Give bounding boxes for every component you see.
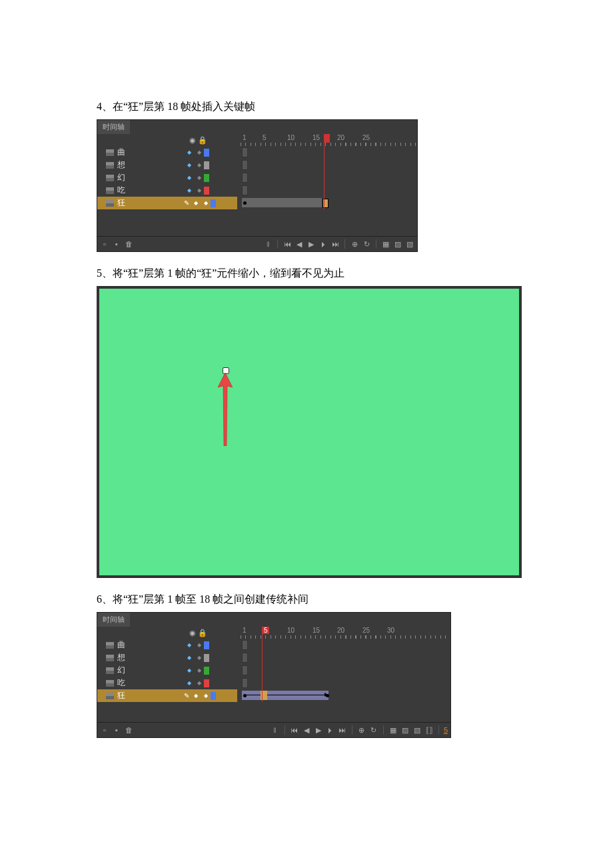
layer-icon bbox=[106, 162, 114, 169]
layer-row[interactable]: 幻◆◆ bbox=[97, 664, 237, 677]
first-frame-icon[interactable]: ⏮ bbox=[283, 239, 292, 249]
lock-icon[interactable]: 🔒 bbox=[197, 136, 207, 145]
playhead-marker[interactable] bbox=[324, 134, 330, 143]
marker-icon[interactable]: ⟦⟧ bbox=[424, 725, 434, 735]
visibility-icon[interactable]: ◉ bbox=[187, 136, 197, 145]
layer-icon bbox=[106, 655, 114, 661]
new-folder-icon[interactable]: ▪ bbox=[112, 725, 121, 735]
pencil-icon: ✎ bbox=[184, 199, 189, 207]
timeline-panel-1: 时间轴 ◉ 🔒 曲◆◆ 想◆◆ 幻◆◆ 吃◆◆ 狂✎◆◆ 1 5 10 15 2… bbox=[97, 119, 418, 252]
layer-row[interactable]: 曲◆◆ bbox=[97, 639, 237, 651]
tween-span[interactable] bbox=[242, 691, 328, 700]
layer-row-selected[interactable]: 狂✎◆◆ bbox=[97, 197, 237, 209]
layer-row[interactable]: 曲◆◆ bbox=[97, 146, 237, 159]
layer-track[interactable] bbox=[241, 651, 450, 664]
onion-icon[interactable]: ▦ bbox=[381, 239, 390, 249]
delete-icon[interactable]: 🗑 bbox=[124, 725, 133, 735]
layer-track[interactable] bbox=[241, 146, 417, 159]
center-icon[interactable]: ⊕ bbox=[350, 239, 359, 249]
layer-icon bbox=[106, 680, 114, 687]
timeline-tab[interactable]: 时间轴 bbox=[97, 120, 130, 134]
timeline-toolbar: ▫ ▪ 🗑 ⦀ ⏮ ◀ ▶ ⏵ ⏭ ⊕ ↻ ▦ ▨ ▧ bbox=[97, 236, 417, 251]
last-frame-icon[interactable]: ⏭ bbox=[330, 239, 340, 249]
next-frame-icon[interactable]: ⏵ bbox=[326, 725, 335, 735]
layer-icon bbox=[106, 693, 114, 699]
layer-icon bbox=[106, 175, 114, 181]
onion2-icon[interactable]: ▨ bbox=[400, 725, 410, 735]
layer-track[interactable] bbox=[241, 159, 417, 171]
timeline-panel-2: 时间轴 ◉ 🔒 曲◆◆ 想◆◆ 幻◆◆ 吃◆◆ 狂✎◆◆ 1 5 10 15 2… bbox=[97, 612, 451, 738]
keyframe-icon[interactable] bbox=[243, 201, 247, 205]
stage-canvas[interactable] bbox=[97, 286, 522, 578]
frame-ruler[interactable]: 1 5 10 15 20 25 bbox=[241, 134, 417, 146]
last-frame-icon[interactable]: ⏭ bbox=[338, 725, 347, 735]
menu-icon[interactable]: ⦀ bbox=[263, 239, 273, 249]
layer-track[interactable] bbox=[241, 664, 450, 677]
layer-icon bbox=[106, 200, 114, 207]
new-layer-icon[interactable]: ▫ bbox=[100, 725, 109, 735]
layer-row[interactable]: 想◆◆ bbox=[97, 159, 237, 171]
layer-icon bbox=[106, 667, 114, 674]
step-6-text: 6、将“狂”层第 1 帧至 18 帧之间创建传统补间 bbox=[97, 593, 516, 607]
frame-ruler[interactable]: 1 5 10 15 20 25 30 bbox=[241, 627, 450, 639]
pencil-icon: ✎ bbox=[184, 692, 189, 699]
playhead-line bbox=[262, 627, 263, 702]
center-icon[interactable]: ⊕ bbox=[357, 725, 366, 735]
layer-icon bbox=[106, 642, 114, 649]
loop-icon[interactable]: ↻ bbox=[362, 239, 371, 249]
lock-icon[interactable]: 🔒 bbox=[197, 629, 207, 637]
layer-track[interactable] bbox=[241, 197, 417, 209]
step-5-text: 5、将“狂”层第 1 帧的“狂”元件缩小，缩到看不见为止 bbox=[97, 267, 516, 281]
prev-frame-icon[interactable]: ◀ bbox=[295, 239, 304, 249]
layer-track[interactable] bbox=[241, 184, 417, 197]
delete-icon[interactable]: 🗑 bbox=[124, 239, 133, 249]
svg-marker-0 bbox=[218, 373, 233, 446]
layer-track[interactable] bbox=[241, 677, 450, 689]
keyframe-icon[interactable] bbox=[243, 694, 247, 697]
layer-row[interactable]: 想◆◆ bbox=[97, 651, 237, 664]
arrow-right-icon bbox=[324, 693, 328, 697]
layer-icon bbox=[106, 149, 114, 156]
menu-icon[interactable]: ⦀ bbox=[271, 725, 280, 735]
visibility-icon[interactable]: ◉ bbox=[187, 629, 197, 637]
onion-icon[interactable]: ▦ bbox=[388, 725, 398, 735]
layer-icon bbox=[106, 187, 114, 194]
next-frame-icon[interactable]: ⏵ bbox=[318, 239, 328, 249]
arrow-up-icon bbox=[218, 373, 233, 446]
layer-row-selected[interactable]: 狂✎◆◆ bbox=[97, 689, 237, 702]
layer-track[interactable] bbox=[241, 689, 450, 702]
play-icon[interactable]: ▶ bbox=[314, 725, 323, 735]
prev-frame-icon[interactable]: ◀ bbox=[302, 725, 311, 735]
first-frame-icon[interactable]: ⏮ bbox=[290, 725, 299, 735]
layer-row[interactable]: 吃◆◆ bbox=[97, 184, 237, 197]
new-layer-icon[interactable]: ▫ bbox=[100, 239, 109, 249]
playhead-line bbox=[324, 134, 324, 209]
play-icon[interactable]: ▶ bbox=[306, 239, 316, 249]
onion3-icon[interactable]: ▧ bbox=[412, 725, 422, 735]
current-frame-label[interactable]: 5 bbox=[444, 726, 448, 734]
layer-row[interactable]: 幻◆◆ bbox=[97, 171, 237, 184]
new-folder-icon[interactable]: ▪ bbox=[112, 239, 121, 249]
onion2-icon[interactable]: ▨ bbox=[393, 239, 402, 249]
step-4-text: 4、在“狂”层第 18 帧处插入关键帧 bbox=[97, 100, 516, 114]
onion3-icon[interactable]: ▧ bbox=[405, 239, 414, 249]
layer-row[interactable]: 吃◆◆ bbox=[97, 677, 237, 689]
layer-track[interactable] bbox=[241, 639, 450, 651]
timeline-toolbar: ▫ ▪ 🗑 ⦀ ⏮ ◀ ▶ ⏵ ⏭ ⊕ ↻ ▦ ▨ ▧ ⟦⟧ 5 bbox=[97, 722, 450, 737]
loop-icon[interactable]: ↻ bbox=[369, 725, 378, 735]
timeline-tab[interactable]: 时间轴 bbox=[97, 613, 130, 627]
layer-track[interactable] bbox=[241, 171, 417, 184]
